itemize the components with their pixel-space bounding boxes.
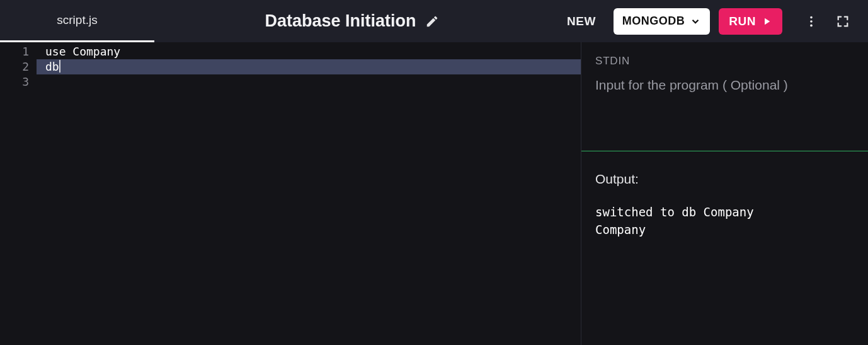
new-button-label: NEW <box>567 15 596 28</box>
run-button[interactable]: RUN <box>719 8 782 35</box>
code-editor[interactable]: 123 use Companydb <box>0 42 581 90</box>
line-number: 1 <box>0 44 29 59</box>
text-cursor <box>59 60 60 73</box>
svg-point-0 <box>810 16 813 18</box>
more-menu-button[interactable] <box>797 8 825 35</box>
main-area: 123 use Companydb STDIN Output: switched… <box>0 42 868 345</box>
line-number-gutter: 123 <box>0 42 37 90</box>
editor-pane: 123 use Companydb <box>0 42 581 345</box>
run-button-label: RUN <box>729 15 756 28</box>
io-pane: STDIN Output: switched to db Company Com… <box>581 42 868 345</box>
stdin-label: STDIN <box>595 55 854 67</box>
file-tab[interactable]: script.js <box>0 0 154 42</box>
toolbar: script.js Database Initiation NEW MONGOD… <box>0 0 868 42</box>
output-label: Output: <box>595 172 854 187</box>
page-title: Database Initiation <box>265 11 416 31</box>
fullscreen-button[interactable] <box>829 8 857 35</box>
code-line[interactable] <box>37 74 581 90</box>
output-section: Output: switched to db Company Company <box>581 151 868 259</box>
chevron-down-icon <box>690 16 701 27</box>
code-line[interactable]: db <box>37 59 581 74</box>
line-number: 3 <box>0 74 29 90</box>
language-select-label: MONGODB <box>622 15 685 28</box>
code-line[interactable]: use Company <box>37 44 581 59</box>
play-icon <box>761 16 772 27</box>
edit-icon[interactable] <box>425 15 439 28</box>
svg-point-2 <box>810 24 813 26</box>
line-number: 2 <box>0 59 29 74</box>
file-tab-label: script.js <box>57 13 97 27</box>
stdin-section: STDIN <box>581 42 868 151</box>
code-content[interactable]: use Companydb <box>37 42 581 90</box>
svg-point-1 <box>810 20 813 23</box>
output-text: switched to db Company Company <box>595 203 854 238</box>
language-select[interactable]: MONGODB <box>614 8 711 35</box>
more-vert-icon <box>804 15 818 28</box>
stdin-input[interactable] <box>595 78 854 134</box>
new-button[interactable]: NEW <box>549 15 614 28</box>
fullscreen-icon <box>836 15 850 28</box>
title-area: Database Initiation <box>154 11 549 31</box>
